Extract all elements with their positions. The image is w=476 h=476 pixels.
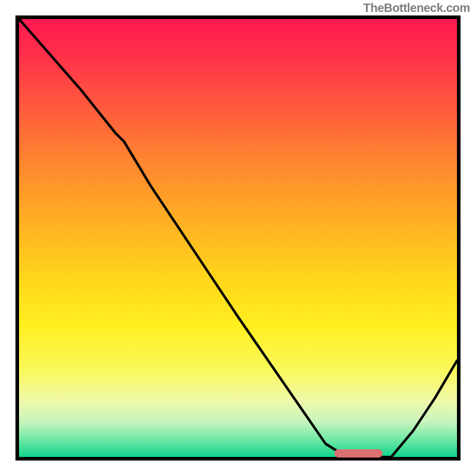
bottleneck-curve <box>19 19 457 457</box>
bottleneck-marker <box>334 449 383 458</box>
plot-frame <box>15 15 461 461</box>
chart-stage: TheBottleneck.com <box>0 0 476 476</box>
watermark-text: TheBottleneck.com <box>364 1 470 15</box>
